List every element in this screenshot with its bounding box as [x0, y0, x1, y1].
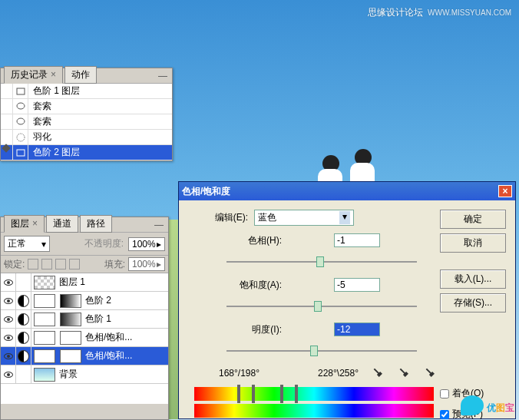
- layers-panel: 图层× 通道 路径 — 正常▾ 不透明度: 100%▸ 锁定: 填充: 100%…: [0, 217, 169, 420]
- visibility-toggle[interactable]: [1, 347, 16, 365]
- dialog-title: 色相/饱和度: [182, 185, 230, 198]
- layer-name: 背景: [58, 368, 78, 381]
- dialog-title-bar[interactable]: 色相/饱和度 ×: [179, 182, 515, 200]
- adjustment-icon: [18, 313, 29, 326]
- history-list: 色阶 1 图层 套索 套索 羽化 色阶 2 图层: [1, 84, 172, 160]
- link-cell[interactable]: [16, 347, 31, 365]
- blend-mode-select[interactable]: 正常▾: [4, 236, 50, 252]
- opacity-input[interactable]: 100%▸: [128, 237, 165, 251]
- sat-slider[interactable]: [226, 299, 417, 313]
- visibility-toggle[interactable]: [1, 273, 16, 291]
- history-panel: 历史记录× 动作 — 色阶 1 图层 套索 套索 羽化 色阶 2 图层: [0, 68, 173, 161]
- watermark-title: 思缘设计论坛: [368, 7, 423, 18]
- cancel-button[interactable]: 取消: [440, 233, 506, 253]
- feather-icon: [15, 132, 26, 143]
- hue-label: 色相(H):: [188, 234, 288, 247]
- layer-thumb[interactable]: [34, 368, 55, 382]
- eyedropper-sub-icon[interactable]: [422, 365, 440, 382]
- layer-row[interactable]: 色阶 2: [1, 292, 168, 310]
- layer-name: 图层 1: [58, 276, 85, 289]
- layer-thumb[interactable]: [60, 313, 81, 326]
- history-item[interactable]: 色阶 2 图层: [1, 145, 172, 160]
- visibility-toggle[interactable]: [1, 292, 16, 309]
- tab-layers[interactable]: 图层×: [4, 215, 45, 233]
- layer-thumb[interactable]: [60, 331, 81, 345]
- svg-point-1: [17, 103, 25, 109]
- link-cell[interactable]: [16, 365, 31, 383]
- load-button[interactable]: 载入(L)...: [440, 270, 506, 289]
- history-item[interactable]: 套索: [1, 99, 172, 114]
- layer-row[interactable]: 色相/饱和...: [1, 329, 168, 347]
- fill-label: 填充:: [104, 258, 125, 271]
- eyedropper-icon[interactable]: [370, 365, 388, 382]
- history-item[interactable]: 色阶 1 图层: [1, 84, 172, 99]
- layer-thumb[interactable]: [34, 276, 55, 289]
- link-cell[interactable]: [16, 310, 31, 328]
- close-icon[interactable]: ×: [51, 69, 56, 80]
- minimize-icon[interactable]: —: [157, 71, 169, 81]
- mask-thumb[interactable]: [34, 349, 55, 363]
- tab-actions[interactable]: 动作: [64, 66, 97, 84]
- mask-thumb[interactable]: [34, 331, 55, 345]
- eye-icon: [4, 372, 13, 378]
- lock-all-icon[interactable]: [69, 259, 80, 270]
- watermark-url: WWW.MISSYUAN.COM: [428, 8, 511, 17]
- lasso-icon: [15, 101, 26, 112]
- sat-label: 饱和度(A):: [188, 279, 288, 292]
- eyedropper-add-icon[interactable]: [396, 365, 414, 382]
- marker-icon: [2, 144, 10, 152]
- layer-name: 色阶 2: [84, 294, 111, 307]
- link-cell[interactable]: [16, 292, 31, 309]
- edit-select[interactable]: 蓝色▾: [254, 210, 354, 226]
- layer-row[interactable]: 背景: [1, 365, 168, 384]
- lock-paint-icon[interactable]: [41, 259, 52, 270]
- eye-icon: [4, 335, 13, 341]
- link-cell[interactable]: [16, 329, 31, 346]
- mask-thumb[interactable]: [34, 313, 55, 326]
- layer-row[interactable]: 图层 1: [1, 273, 168, 292]
- adjustment-icon: [18, 350, 29, 362]
- layer-thumb[interactable]: [60, 294, 81, 308]
- svg-point-2: [17, 118, 25, 124]
- link-cell[interactable]: [16, 273, 31, 291]
- save-button[interactable]: 存储(S)...: [440, 293, 506, 313]
- eye-icon: [4, 316, 13, 322]
- layer-name: 色相/饱和...: [84, 349, 132, 362]
- layer-row[interactable]: 色相/饱和...: [1, 347, 168, 365]
- tab-history[interactable]: 历史记录×: [4, 66, 63, 84]
- lock-label: 锁定:: [4, 258, 25, 271]
- layer-row[interactable]: 色阶 1: [1, 310, 168, 329]
- adjustment-icon: [18, 332, 29, 344]
- layer-thumb[interactable]: [60, 349, 81, 363]
- history-item[interactable]: 套索: [1, 114, 172, 130]
- visibility-toggle[interactable]: [1, 365, 16, 383]
- close-icon[interactable]: ×: [32, 218, 38, 229]
- sat-input[interactable]: [334, 278, 380, 292]
- svg-rect-4: [17, 150, 25, 156]
- ok-button[interactable]: 确定: [440, 210, 506, 229]
- layer-name: 色阶 1: [84, 313, 111, 326]
- light-input[interactable]: -12: [334, 322, 380, 336]
- edit-label: 编辑(E):: [188, 211, 254, 224]
- visibility-toggle[interactable]: [1, 310, 16, 328]
- eye-icon: [4, 279, 13, 286]
- lock-move-icon[interactable]: [55, 259, 66, 270]
- spectrum-bar-top[interactable]: [194, 387, 434, 401]
- mask-thumb[interactable]: [34, 294, 55, 308]
- minimize-icon[interactable]: —: [153, 220, 165, 230]
- hue-slider[interactable]: [226, 255, 417, 269]
- tab-paths[interactable]: 路径: [80, 215, 112, 233]
- close-button[interactable]: ×: [498, 185, 512, 197]
- spectrum-bar-bottom[interactable]: [194, 404, 434, 418]
- visibility-toggle[interactable]: [1, 329, 16, 346]
- tab-channels[interactable]: 通道: [46, 215, 78, 233]
- hue-sat-dialog: 色相/饱和度 × 编辑(E): 蓝色▾ 色相(H): 饱和度(A): 明度(I)…: [178, 181, 516, 419]
- light-slider[interactable]: [226, 344, 417, 358]
- history-item[interactable]: 羽化: [1, 130, 172, 145]
- layers-list: 图层 1色阶 2色阶 1色相/饱和...色相/饱和...背景: [1, 273, 168, 404]
- fill-input[interactable]: 100%▸: [128, 257, 165, 271]
- adjustment-icon: [18, 295, 29, 307]
- range-2: 228°\258°: [318, 368, 359, 379]
- hue-input[interactable]: [334, 233, 380, 247]
- lock-trans-icon[interactable]: [28, 259, 38, 270]
